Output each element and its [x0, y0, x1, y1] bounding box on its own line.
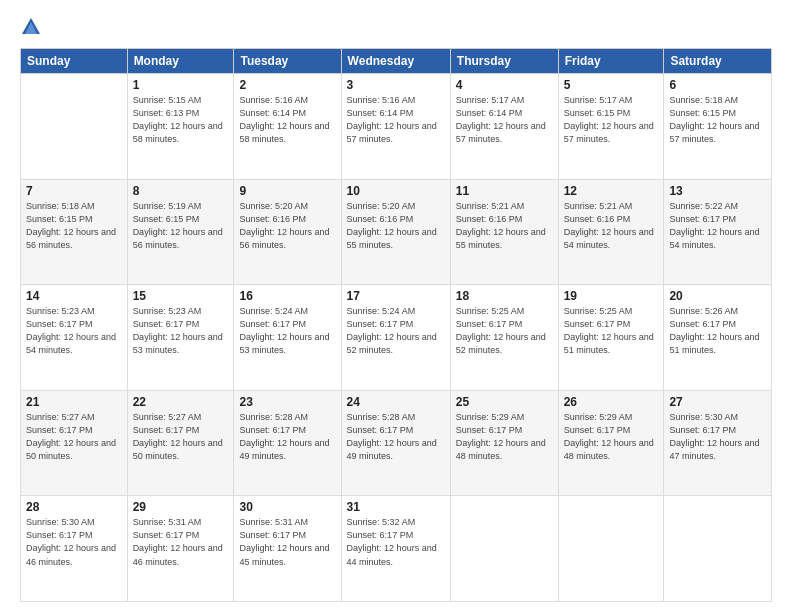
table-row: 8Sunrise: 5:19 AMSunset: 6:15 PMDaylight… — [127, 179, 234, 285]
day-info: Sunrise: 5:30 AMSunset: 6:17 PMDaylight:… — [26, 516, 122, 568]
table-row: 14Sunrise: 5:23 AMSunset: 6:17 PMDayligh… — [21, 285, 128, 391]
day-info: Sunrise: 5:32 AMSunset: 6:17 PMDaylight:… — [347, 516, 445, 568]
day-number: 12 — [564, 184, 659, 198]
table-row — [21, 74, 128, 180]
day-number: 27 — [669, 395, 766, 409]
day-info: Sunrise: 5:15 AMSunset: 6:13 PMDaylight:… — [133, 94, 229, 146]
table-row: 9Sunrise: 5:20 AMSunset: 6:16 PMDaylight… — [234, 179, 341, 285]
day-number: 5 — [564, 78, 659, 92]
day-number: 16 — [239, 289, 335, 303]
table-row: 12Sunrise: 5:21 AMSunset: 6:16 PMDayligh… — [558, 179, 664, 285]
day-info: Sunrise: 5:17 AMSunset: 6:14 PMDaylight:… — [456, 94, 553, 146]
logo-icon — [20, 16, 42, 38]
table-row: 18Sunrise: 5:25 AMSunset: 6:17 PMDayligh… — [450, 285, 558, 391]
table-row: 6Sunrise: 5:18 AMSunset: 6:15 PMDaylight… — [664, 74, 772, 180]
day-number: 8 — [133, 184, 229, 198]
day-info: Sunrise: 5:29 AMSunset: 6:17 PMDaylight:… — [456, 411, 553, 463]
day-number: 19 — [564, 289, 659, 303]
col-header-monday: Monday — [127, 49, 234, 74]
day-info: Sunrise: 5:18 AMSunset: 6:15 PMDaylight:… — [26, 200, 122, 252]
table-row: 25Sunrise: 5:29 AMSunset: 6:17 PMDayligh… — [450, 390, 558, 496]
day-number: 2 — [239, 78, 335, 92]
day-info: Sunrise: 5:18 AMSunset: 6:15 PMDaylight:… — [669, 94, 766, 146]
day-number: 21 — [26, 395, 122, 409]
day-info: Sunrise: 5:29 AMSunset: 6:17 PMDaylight:… — [564, 411, 659, 463]
table-row: 7Sunrise: 5:18 AMSunset: 6:15 PMDaylight… — [21, 179, 128, 285]
calendar-table: SundayMondayTuesdayWednesdayThursdayFrid… — [20, 48, 772, 602]
day-info: Sunrise: 5:24 AMSunset: 6:17 PMDaylight:… — [347, 305, 445, 357]
day-info: Sunrise: 5:19 AMSunset: 6:15 PMDaylight:… — [133, 200, 229, 252]
table-row: 24Sunrise: 5:28 AMSunset: 6:17 PMDayligh… — [341, 390, 450, 496]
day-number: 26 — [564, 395, 659, 409]
day-number: 23 — [239, 395, 335, 409]
table-row: 22Sunrise: 5:27 AMSunset: 6:17 PMDayligh… — [127, 390, 234, 496]
day-number: 7 — [26, 184, 122, 198]
day-info: Sunrise: 5:21 AMSunset: 6:16 PMDaylight:… — [564, 200, 659, 252]
table-row: 13Sunrise: 5:22 AMSunset: 6:17 PMDayligh… — [664, 179, 772, 285]
table-row: 28Sunrise: 5:30 AMSunset: 6:17 PMDayligh… — [21, 496, 128, 602]
table-row: 1Sunrise: 5:15 AMSunset: 6:13 PMDaylight… — [127, 74, 234, 180]
table-row: 16Sunrise: 5:24 AMSunset: 6:17 PMDayligh… — [234, 285, 341, 391]
table-row: 15Sunrise: 5:23 AMSunset: 6:17 PMDayligh… — [127, 285, 234, 391]
calendar-page: SundayMondayTuesdayWednesdayThursdayFrid… — [0, 0, 792, 612]
day-info: Sunrise: 5:23 AMSunset: 6:17 PMDaylight:… — [133, 305, 229, 357]
day-info: Sunrise: 5:23 AMSunset: 6:17 PMDaylight:… — [26, 305, 122, 357]
day-info: Sunrise: 5:26 AMSunset: 6:17 PMDaylight:… — [669, 305, 766, 357]
table-row — [450, 496, 558, 602]
table-row: 5Sunrise: 5:17 AMSunset: 6:15 PMDaylight… — [558, 74, 664, 180]
table-row: 29Sunrise: 5:31 AMSunset: 6:17 PMDayligh… — [127, 496, 234, 602]
table-row: 23Sunrise: 5:28 AMSunset: 6:17 PMDayligh… — [234, 390, 341, 496]
day-number: 9 — [239, 184, 335, 198]
day-info: Sunrise: 5:21 AMSunset: 6:16 PMDaylight:… — [456, 200, 553, 252]
day-number: 13 — [669, 184, 766, 198]
col-header-wednesday: Wednesday — [341, 49, 450, 74]
day-info: Sunrise: 5:27 AMSunset: 6:17 PMDaylight:… — [26, 411, 122, 463]
day-info: Sunrise: 5:22 AMSunset: 6:17 PMDaylight:… — [669, 200, 766, 252]
col-header-sunday: Sunday — [21, 49, 128, 74]
day-info: Sunrise: 5:31 AMSunset: 6:17 PMDaylight:… — [133, 516, 229, 568]
logo — [20, 16, 50, 38]
table-row: 17Sunrise: 5:24 AMSunset: 6:17 PMDayligh… — [341, 285, 450, 391]
day-number: 28 — [26, 500, 122, 514]
day-number: 11 — [456, 184, 553, 198]
header — [20, 16, 772, 38]
day-number: 15 — [133, 289, 229, 303]
day-info: Sunrise: 5:28 AMSunset: 6:17 PMDaylight:… — [239, 411, 335, 463]
day-info: Sunrise: 5:25 AMSunset: 6:17 PMDaylight:… — [456, 305, 553, 357]
day-info: Sunrise: 5:25 AMSunset: 6:17 PMDaylight:… — [564, 305, 659, 357]
col-header-tuesday: Tuesday — [234, 49, 341, 74]
day-number: 10 — [347, 184, 445, 198]
day-number: 20 — [669, 289, 766, 303]
table-row — [558, 496, 664, 602]
day-number: 25 — [456, 395, 553, 409]
table-row: 27Sunrise: 5:30 AMSunset: 6:17 PMDayligh… — [664, 390, 772, 496]
table-row: 10Sunrise: 5:20 AMSunset: 6:16 PMDayligh… — [341, 179, 450, 285]
day-number: 6 — [669, 78, 766, 92]
day-number: 24 — [347, 395, 445, 409]
day-number: 22 — [133, 395, 229, 409]
table-row: 3Sunrise: 5:16 AMSunset: 6:14 PMDaylight… — [341, 74, 450, 180]
day-number: 30 — [239, 500, 335, 514]
table-row: 31Sunrise: 5:32 AMSunset: 6:17 PMDayligh… — [341, 496, 450, 602]
day-number: 14 — [26, 289, 122, 303]
day-info: Sunrise: 5:27 AMSunset: 6:17 PMDaylight:… — [133, 411, 229, 463]
day-number: 17 — [347, 289, 445, 303]
day-number: 18 — [456, 289, 553, 303]
col-header-friday: Friday — [558, 49, 664, 74]
day-info: Sunrise: 5:20 AMSunset: 6:16 PMDaylight:… — [239, 200, 335, 252]
table-row: 4Sunrise: 5:17 AMSunset: 6:14 PMDaylight… — [450, 74, 558, 180]
day-info: Sunrise: 5:24 AMSunset: 6:17 PMDaylight:… — [239, 305, 335, 357]
col-header-saturday: Saturday — [664, 49, 772, 74]
table-row — [664, 496, 772, 602]
day-number: 31 — [347, 500, 445, 514]
table-row: 30Sunrise: 5:31 AMSunset: 6:17 PMDayligh… — [234, 496, 341, 602]
day-info: Sunrise: 5:20 AMSunset: 6:16 PMDaylight:… — [347, 200, 445, 252]
table-row: 19Sunrise: 5:25 AMSunset: 6:17 PMDayligh… — [558, 285, 664, 391]
day-info: Sunrise: 5:28 AMSunset: 6:17 PMDaylight:… — [347, 411, 445, 463]
table-row: 2Sunrise: 5:16 AMSunset: 6:14 PMDaylight… — [234, 74, 341, 180]
table-row: 11Sunrise: 5:21 AMSunset: 6:16 PMDayligh… — [450, 179, 558, 285]
day-number: 1 — [133, 78, 229, 92]
table-row: 20Sunrise: 5:26 AMSunset: 6:17 PMDayligh… — [664, 285, 772, 391]
day-info: Sunrise: 5:30 AMSunset: 6:17 PMDaylight:… — [669, 411, 766, 463]
day-number: 3 — [347, 78, 445, 92]
